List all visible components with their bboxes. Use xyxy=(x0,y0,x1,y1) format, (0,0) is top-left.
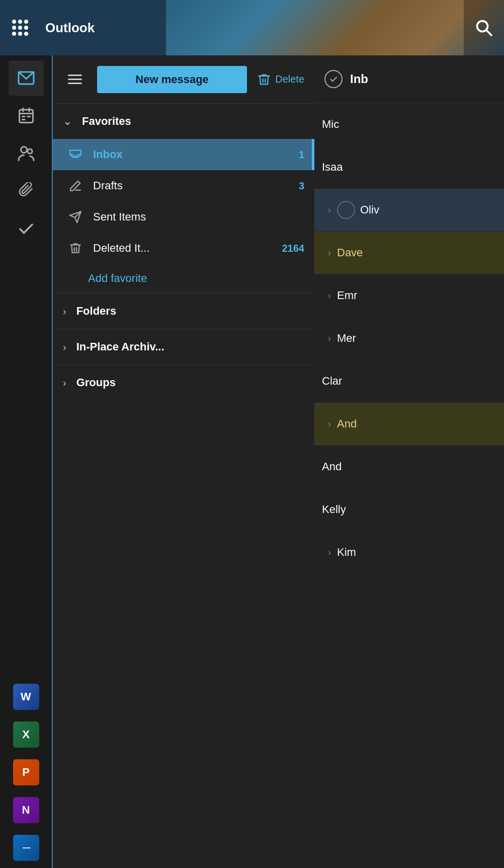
nav-item-inbox[interactable]: Inbox 1 xyxy=(53,139,314,170)
nav-item-deleted[interactable]: Deleted It... 2164 xyxy=(53,233,314,264)
favorites-section: ⌄ Favorites Inbox 1 xyxy=(53,103,314,293)
groups-header[interactable]: › Groups xyxy=(53,365,314,400)
drafts-icon xyxy=(68,178,83,193)
deleted-label: Deleted It... xyxy=(93,242,272,255)
groups-section: › Groups xyxy=(53,365,314,400)
excel-app-icon: X xyxy=(13,721,39,748)
main-layout: W X P N ⸻ xyxy=(0,55,504,868)
word-app-icon: W xyxy=(13,684,39,710)
inbox-label: Inbox xyxy=(93,148,289,161)
svg-point-10 xyxy=(21,147,27,153)
trash-icon xyxy=(257,73,271,87)
onenote-app-icon: N xyxy=(13,797,39,823)
email-list: Inb Mic Isaa › Oliv › Dave › Emr › Mer C… xyxy=(314,55,504,868)
table-row[interactable]: Kelly xyxy=(314,488,504,531)
nav-toolbar: New message Delete xyxy=(53,55,314,103)
email-sender: Isaa xyxy=(322,161,343,174)
email-sender: And xyxy=(337,417,357,430)
table-row[interactable]: Clar xyxy=(314,360,504,403)
table-row[interactable]: Mic xyxy=(314,103,504,146)
folders-chevron-icon: › xyxy=(63,306,66,317)
groups-label: Groups xyxy=(76,376,116,389)
table-row[interactable]: › Emr xyxy=(314,274,504,317)
search-button[interactable] xyxy=(464,0,504,55)
deleted-badge: 2164 xyxy=(282,243,305,254)
groups-chevron-icon: › xyxy=(63,377,66,389)
sidebar-item-onenote[interactable]: N xyxy=(9,792,44,828)
inbox-icon xyxy=(68,147,83,162)
yammer-app-label: ⸻ xyxy=(22,843,30,852)
email-sender: Emr xyxy=(337,289,357,302)
hamburger-line-3 xyxy=(68,83,82,84)
onenote-app-label: N xyxy=(22,804,30,817)
svg-line-1 xyxy=(486,30,491,35)
email-sender: And xyxy=(322,460,342,473)
app-grid-button[interactable] xyxy=(0,0,40,55)
table-row[interactable]: › And xyxy=(314,403,504,446)
nav-item-sent[interactable]: Sent Items xyxy=(53,201,314,233)
delete-label: Delete xyxy=(275,74,304,85)
drafts-badge: 3 xyxy=(299,180,304,192)
sidebar-item-people[interactable] xyxy=(9,136,44,171)
favorites-chevron-icon: ⌄ xyxy=(63,115,72,128)
new-message-button[interactable]: New message xyxy=(97,66,247,93)
hamburger-button[interactable] xyxy=(63,69,87,89)
email-chevron-icon: › xyxy=(322,419,337,429)
app-title: Outlook xyxy=(40,20,166,36)
email-chevron-icon: › xyxy=(322,205,337,215)
table-row[interactable]: › Mer xyxy=(314,317,504,360)
hamburger-line-1 xyxy=(68,75,82,76)
yammer-app-icon: ⸻ xyxy=(13,835,39,861)
svg-point-11 xyxy=(28,149,32,154)
email-chevron-icon: › xyxy=(322,291,337,301)
folders-section: › Folders xyxy=(53,293,314,329)
email-sender: Mer xyxy=(337,332,356,345)
favorites-header[interactable]: ⌄ Favorites xyxy=(53,104,314,139)
drafts-label: Drafts xyxy=(93,179,289,192)
calendar-icon xyxy=(17,107,35,125)
hamburger-line-2 xyxy=(68,79,82,80)
sent-label: Sent Items xyxy=(93,210,294,224)
sidebar-item-yammer[interactable]: ⸻ xyxy=(9,830,44,865)
archive-header[interactable]: › In-Place Archiv... xyxy=(53,329,314,365)
archive-section: › In-Place Archiv... xyxy=(53,329,314,365)
table-row[interactable]: Isaa xyxy=(314,146,504,189)
attachments-icon xyxy=(17,182,35,200)
sidebar-item-attachments[interactable] xyxy=(9,174,44,209)
email-sender: Oliv xyxy=(360,203,379,216)
email-sender: Mic xyxy=(322,118,339,131)
tasks-icon xyxy=(17,220,35,238)
email-sender: Dave xyxy=(337,246,363,259)
email-check-circle[interactable] xyxy=(337,201,355,219)
nav-item-drafts[interactable]: Drafts 3 xyxy=(53,170,314,201)
table-row[interactable]: › Dave xyxy=(314,232,504,274)
word-app-label: W xyxy=(21,690,31,703)
top-header: Outlook xyxy=(0,0,504,55)
archive-chevron-icon: › xyxy=(63,341,66,353)
sidebar-item-word[interactable]: W xyxy=(9,679,44,714)
email-chevron-icon: › xyxy=(322,248,337,258)
email-list-check-all[interactable] xyxy=(324,70,343,88)
sidebar-item-powerpoint[interactable]: P xyxy=(9,755,44,790)
table-row[interactable]: › Oliv xyxy=(314,189,504,232)
email-chevron-icon: › xyxy=(322,547,337,558)
sidebar-item-mail[interactable] xyxy=(9,60,44,96)
table-row[interactable]: › Kim xyxy=(314,531,504,574)
archive-label: In-Place Archiv... xyxy=(76,340,164,353)
table-row[interactable]: And xyxy=(314,446,504,488)
excel-app-label: X xyxy=(22,728,30,741)
mail-icon xyxy=(17,69,35,87)
delete-button[interactable]: Delete xyxy=(257,73,304,87)
add-favorite-button[interactable]: Add favorite xyxy=(53,264,314,293)
sidebar-item-excel[interactable]: X xyxy=(9,717,44,752)
folders-header[interactable]: › Folders xyxy=(53,294,314,329)
sidebar-item-tasks[interactable] xyxy=(9,211,44,247)
email-list-header: Inb xyxy=(314,55,504,103)
email-sender: Kim xyxy=(337,546,356,559)
sent-icon xyxy=(68,209,83,225)
sidebar-item-calendar[interactable] xyxy=(9,98,44,133)
nav-panel: New message Delete ⌄ Favorites xyxy=(53,55,314,868)
folders-label: Folders xyxy=(76,305,116,318)
ppt-app-label: P xyxy=(22,766,30,779)
email-chevron-icon: › xyxy=(322,333,337,344)
